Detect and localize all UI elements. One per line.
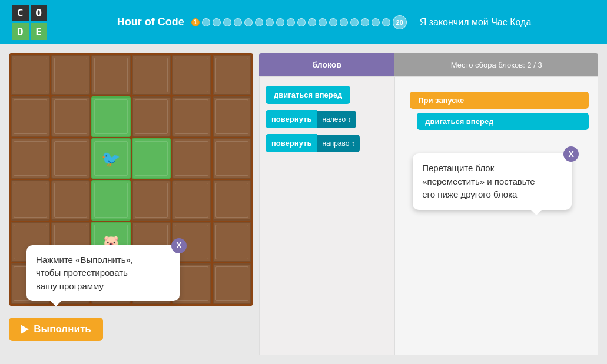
collect-column-header: Место сбора блоков: 2 / 3	[394, 53, 598, 76]
cell-4-5	[213, 222, 252, 262]
header: C O D E STUDIO Hour of Code 1	[0, 0, 607, 44]
progress-step-18[interactable]	[372, 18, 380, 26]
logo: C O D E	[12, 5, 47, 40]
cell-3-0	[11, 180, 50, 221]
cell-1-3	[132, 96, 171, 137]
cell-3-3	[132, 180, 171, 221]
code-block-move[interactable]: двигаться вперед	[417, 113, 589, 130]
code-block-on-start[interactable]: При запуске	[410, 92, 589, 109]
tooltip-drag-close[interactable]: X	[563, 146, 579, 162]
cell-3-5	[213, 180, 252, 221]
cell-2-4	[172, 138, 211, 179]
blocks-column-header: блоков	[259, 53, 394, 76]
block-turn-left-label[interactable]: повернуть	[266, 110, 317, 128]
blocks-palette: двигаться вперед повернуть налево ↕ пове…	[260, 77, 395, 355]
finish-label: Я закончил мой Час Кода	[420, 17, 532, 28]
cell-0-4	[172, 55, 211, 95]
workspace: блоков Место сбора блоков: 2 / 3 двигать…	[259, 53, 598, 355]
cell-1-5	[213, 96, 252, 137]
cell-1-0	[11, 96, 50, 137]
cell-3-2	[91, 180, 131, 221]
workspace-body: двигаться вперед повернуть налево ↕ пове…	[259, 76, 598, 355]
cell-0-1	[51, 55, 91, 95]
progress-step-8[interactable]	[266, 18, 274, 26]
progress-step-6[interactable]	[244, 18, 253, 26]
block-turn-left-dropdown[interactable]: налево ↕	[317, 111, 356, 128]
header-center: Hour of Code 1 20 Я закончил мой Час Код…	[53, 15, 595, 29]
run-button[interactable]: Выполнить	[9, 318, 103, 341]
cell-0-2	[91, 55, 131, 95]
tooltip-drag-text: Перетащите блок«переместить» и поставьте…	[422, 163, 535, 199]
progress-step-14[interactable]	[329, 18, 337, 26]
cell-3-4	[172, 180, 211, 221]
tooltip-drag-hint: Перетащите блок«переместить» и поставьте…	[413, 153, 572, 210]
progress-step-20[interactable]: 20	[393, 15, 407, 29]
bird-character: 🐦	[101, 149, 120, 168]
run-button-label: Выполнить	[34, 323, 91, 335]
cell-2-2: 🐦	[91, 138, 131, 179]
progress-step-16[interactable]	[350, 18, 359, 26]
progress-step-2[interactable]	[202, 18, 210, 26]
progress-step-12[interactable]	[308, 18, 316, 26]
block-turn-right-row: повернуть направо ↕	[266, 134, 389, 152]
cell-1-4	[172, 96, 211, 137]
progress-step-9[interactable]	[276, 18, 284, 26]
cell-1-2	[91, 96, 131, 137]
progress-step-17[interactable]	[361, 18, 369, 26]
tooltip-run-text: Нажмите «Выполнить»,чтобы протестировать…	[36, 255, 133, 291]
progress-bar: 1 20	[191, 15, 407, 29]
cell-2-1	[51, 138, 91, 179]
progress-step-7[interactable]	[255, 18, 263, 26]
progress-step-15[interactable]	[340, 18, 348, 26]
turn-right-dir: направо ↕	[322, 139, 354, 148]
progress-step-10[interactable]	[287, 18, 295, 26]
logo-c: C	[12, 5, 29, 22]
progress-step-5[interactable]	[234, 18, 242, 26]
logo-o: O	[31, 5, 48, 22]
progress-step-1[interactable]: 1	[191, 18, 200, 26]
progress-step-19[interactable]	[382, 18, 390, 26]
cell-2-0	[11, 138, 50, 179]
progress-step-13[interactable]	[319, 18, 327, 26]
cell-3-1	[51, 180, 91, 221]
progress-step-3[interactable]	[213, 18, 221, 26]
hour-of-code-title: Hour of Code	[117, 16, 184, 28]
block-turn-right-dropdown[interactable]: направо ↕	[317, 135, 359, 152]
progress-step-4[interactable]	[223, 18, 231, 26]
block-turn-right-label[interactable]: повернуть	[266, 134, 317, 152]
code-area: При запуске двигаться вперед Перетащите …	[395, 77, 598, 355]
block-turn-left-row: повернуть налево ↕	[266, 110, 389, 128]
progress-step-11[interactable]	[297, 18, 306, 26]
play-icon	[21, 325, 29, 334]
turn-left-dir: налево ↕	[322, 115, 351, 123]
cell-2-3	[132, 138, 171, 179]
logo-e: E	[31, 23, 48, 40]
block-move-forward[interactable]: двигаться вперед	[266, 86, 350, 104]
logo-d: D	[12, 23, 29, 40]
workspace-header: блоков Место сбора блоков: 2 / 3	[259, 53, 598, 76]
cell-2-5	[213, 138, 252, 179]
cell-0-0	[11, 55, 50, 95]
main-content: 🐦 🐷	[0, 44, 607, 364]
tooltip-run-close[interactable]: X	[171, 238, 187, 253]
cell-0-3	[132, 55, 171, 95]
game-area: 🐦 🐷	[9, 53, 253, 341]
cell-0-5	[213, 55, 252, 95]
tooltip-run-hint: Нажмите «Выполнить»,чтобы протестировать…	[26, 245, 180, 302]
cell-5-5	[213, 263, 252, 304]
cell-1-1	[51, 96, 91, 137]
